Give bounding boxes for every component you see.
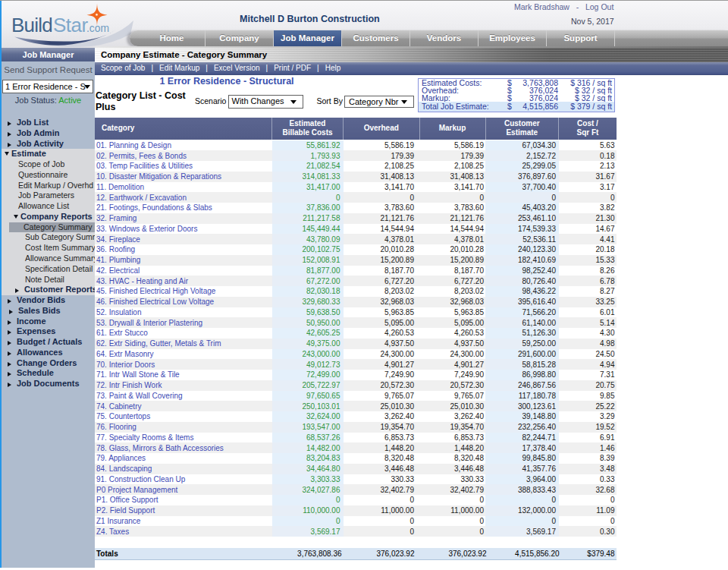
svg-text:.com: .com [86,23,109,34]
svg-text:Build: Build [11,14,52,36]
svg-text:Star: Star [53,14,89,36]
